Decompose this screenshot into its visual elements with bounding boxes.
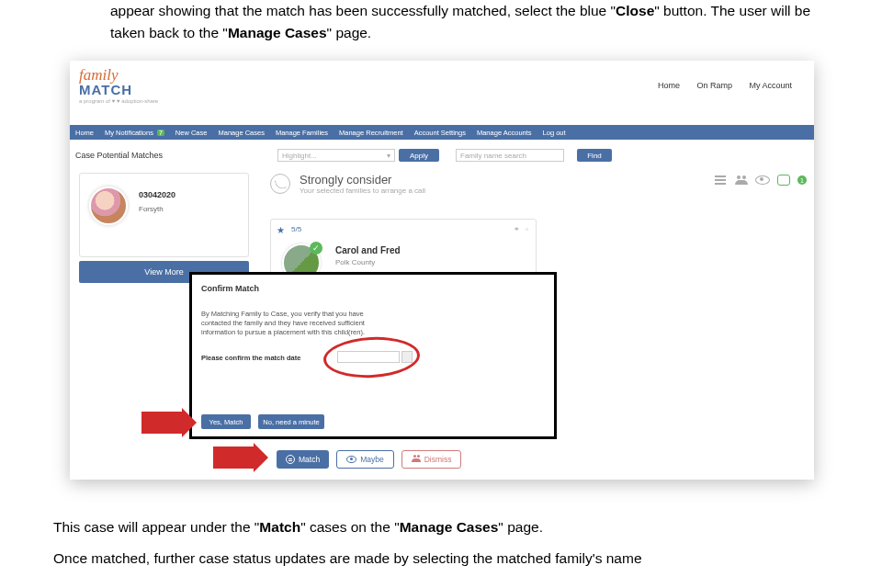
maybe-button[interactable]: Maybe [336, 450, 394, 469]
highlight-placeholder: Highlight... [282, 152, 317, 160]
family-location: Polk County [335, 258, 375, 266]
thumb-icon[interactable] [777, 175, 790, 186]
consider-subtitle: Your selected families to arrange a call [300, 187, 425, 195]
annotation-arrow-icon [141, 412, 182, 434]
doc-paragraph-top: appear showing that the match has been s… [110, 0, 829, 44]
txt: " page. [327, 25, 372, 40]
nav-home[interactable]: Home [75, 129, 94, 137]
expand-icon[interactable]: ▫ [526, 225, 528, 233]
doc-text-top: appear showing that the match has been s… [0, 0, 882, 44]
annotation-arrow-icon [213, 447, 254, 469]
strong-manage-cases: Manage Cases [400, 519, 499, 535]
nav-notifications[interactable]: My Notifications [105, 129, 153, 137]
doc-paragraph-bottom1: This case will appear under the "Match" … [53, 516, 829, 538]
eye-icon[interactable] [755, 175, 770, 185]
apply-button[interactable]: Apply [399, 149, 439, 162]
app-screenshot: family MATCH a program of ♥ ♥ adoption-s… [70, 61, 814, 480]
eye-icon [346, 456, 356, 463]
top-nav: Home On Ramp My Account [650, 81, 799, 90]
match-label: Match [299, 455, 320, 464]
family-search-input[interactable]: Family name search [456, 149, 564, 162]
doc-paragraph-bottom2: Once matched, further case status update… [53, 548, 829, 570]
top-nav-onramp[interactable]: On Ramp [696, 81, 732, 90]
consider-section: Strongly consider Your selected families… [270, 173, 805, 204]
nav-new-case[interactable]: New Case [175, 129, 208, 137]
yes-match-button[interactable]: Yes, Match [201, 414, 251, 429]
logo-line3: a program of ♥ ♥ adoption-share [79, 98, 158, 104]
top-nav-home[interactable]: Home [658, 81, 680, 90]
chevron-down-icon: ▾ [387, 152, 390, 160]
search-placeholder: Family name search [460, 152, 526, 160]
annotation-circle [322, 334, 421, 379]
family-score: 5/5 [291, 225, 301, 233]
consider-title: Strongly consider [300, 173, 425, 187]
view-toolbar: 1 [715, 175, 807, 186]
confirm-match-modal: Confirm Match By Matching Family to Case… [189, 272, 557, 439]
doc-text-bottom: This case will appear under the "Match" … [0, 516, 882, 570]
case-county: Forsyth [139, 205, 164, 213]
top-nav-account[interactable]: My Account [749, 81, 792, 90]
modal-date-label: Please confirm the match date [201, 354, 300, 362]
nav-manage-cases[interactable]: Manage Cases [218, 129, 264, 137]
people-icon[interactable] [735, 175, 748, 186]
highlight-select[interactable]: Highlight... ▾ [277, 149, 395, 162]
txt: This case will appear under the " [53, 519, 259, 535]
txt: appear showing that the match has been s… [110, 3, 616, 18]
filter-row: Case Potential Matches Highlight... ▾ Ap… [70, 145, 814, 165]
nav-account-settings[interactable]: Account Settings [414, 129, 466, 137]
check-icon: ✓ [310, 242, 322, 254]
list-icon[interactable] [715, 175, 728, 186]
notification-badge: 7 [157, 130, 164, 136]
nav-manage-recruitment[interactable]: Manage Recruitment [339, 129, 403, 137]
dismiss-label: Dismiss [424, 455, 452, 464]
star-icon: ★ [277, 225, 285, 235]
family-card-icons: ⚭ ▫ [514, 225, 528, 233]
case-card[interactable]: 03042020 Forsyth [79, 173, 249, 257]
app-logo: family MATCH a program of ♥ ♥ adoption-s… [79, 66, 158, 104]
page-title: Case Potential Matches [75, 151, 277, 160]
find-button[interactable]: Find [577, 149, 612, 162]
main-nav: Home My Notifications 7 New Case Manage … [70, 125, 814, 140]
no-wait-button[interactable]: No, need a minute [258, 414, 324, 429]
action-buttons: Match Maybe Dismiss [277, 450, 461, 469]
dismiss-button[interactable]: Dismiss [401, 450, 462, 469]
app-header: family MATCH a program of ♥ ♥ adoption-s… [70, 61, 814, 125]
match-icon [286, 455, 295, 464]
modal-title: Confirm Match [201, 284, 259, 293]
logo-line2: MATCH [79, 82, 158, 97]
modal-body-text: By Matching Family to Case, you verify t… [201, 310, 389, 337]
screenshot-container: family MATCH a program of ♥ ♥ adoption-s… [70, 61, 829, 480]
txt: " cases on the " [300, 519, 400, 535]
dismiss-icon [412, 455, 421, 464]
nav-manage-families[interactable]: Manage Families [276, 129, 328, 137]
match-button[interactable]: Match [277, 450, 329, 469]
maybe-label: Maybe [360, 455, 384, 464]
case-avatar [89, 187, 128, 225]
nav-logout[interactable]: Log out [543, 129, 566, 137]
txt: " button. [654, 3, 707, 18]
family-name: Carol and Fred [335, 245, 401, 255]
strong-close: Close [616, 3, 654, 18]
case-id: 03042020 [139, 190, 175, 199]
thumb-count-badge: 1 [797, 175, 807, 185]
txt: " page. [498, 519, 543, 535]
strong-manage-cases: Manage Cases [228, 25, 327, 40]
phone-icon [270, 174, 290, 194]
strong-match: Match [259, 519, 300, 535]
nav-manage-accounts[interactable]: Manage Accounts [477, 129, 532, 137]
people-icon[interactable]: ⚭ [514, 225, 520, 233]
